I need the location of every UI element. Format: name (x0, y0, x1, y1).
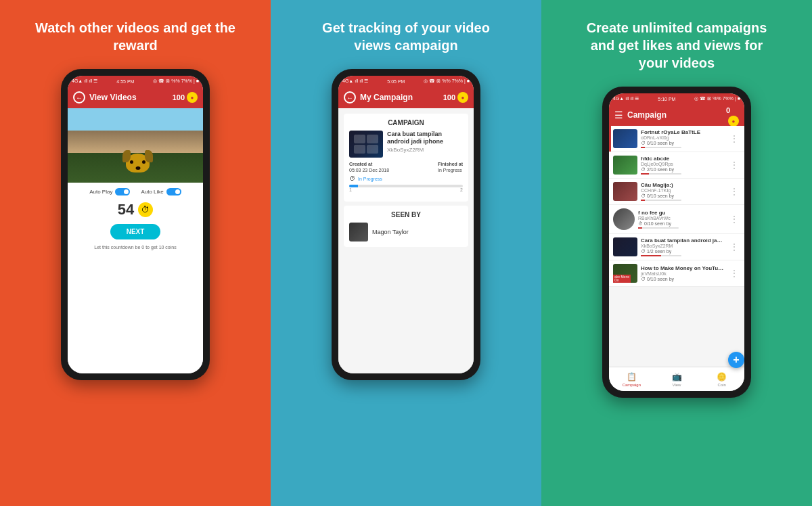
list-progress-5 (641, 255, 681, 256)
app-bar-3: ☰ Campaign 0 ● (609, 104, 744, 126)
list-stats-5: ⏱ 1/2 seen by (641, 249, 725, 254)
list-user-1: oDRnL-vXl0g (641, 135, 725, 140)
hamburger-icon[interactable]: ☰ (614, 110, 623, 120)
dog-eye-left (130, 160, 133, 164)
list-title-1: Fortnut rOyaLe BaTtLE (641, 129, 725, 135)
list-item[interactable]: Cara buat tampilan android jadi iphone X… (609, 234, 744, 260)
campaign-name: Cara buat tampilan android jadi iphone (387, 131, 463, 145)
list-title-5: Cara buat tampilan android jadi iphone (641, 237, 725, 244)
campaign-list: Fortnut rOyaLe BaTtLE oDRnL-vXl0g ⏱ 0/10… (609, 126, 744, 367)
view-nav-icon: 📺 (672, 372, 682, 382)
list-item[interactable]: Câu Magija:) CCHnF-1TKIg ⏱ 0/10 seen by … (609, 179, 744, 205)
progress-min: 1 (349, 187, 352, 192)
campaign-card: CAMPAIGN Cara buat tampilan android ja (344, 114, 468, 202)
campaign-thumbnail (349, 131, 383, 158)
created-col: Created at 05:03 23 Dec 2018 (349, 162, 389, 172)
list-meta-4: f no fee gu RBuKhBAVrWc ⏱ 0/10 seen by (638, 210, 725, 229)
list-title-6: How to Make Money on YouTube (2016-2017) (641, 265, 725, 271)
list-progress-4 (638, 227, 679, 229)
coin-nav-icon: 🪙 (717, 372, 727, 382)
list-stats-4: ⏱ 0/10 seen by (638, 221, 725, 226)
countdown-row: 54 ⏱ (118, 201, 153, 218)
nav-view-label: View (673, 383, 681, 387)
list-more-5[interactable]: ⋮ (728, 242, 740, 252)
list-item[interactable]: f no fee gu RBuKhBAVrWc ⏱ 0/10 seen by ⋮ (609, 205, 744, 234)
finished-col: Finished at In Progress (438, 162, 463, 172)
list-thumb-2 (613, 156, 637, 175)
countdown-icon: ⏱ (138, 202, 153, 217)
phone-3: 4G▲ ıll ıll ☰ 5:10 PM ◎ ☎ ⊠ %% 7%% | ■ ☰… (602, 87, 751, 398)
list-meta-3: Câu Magija:) CCHnF-1TKIg ⏱ 0/10 seen by (641, 182, 725, 201)
list-thumb-4 (613, 208, 635, 230)
list-stats-1: ⏱ 0/10 seen by (641, 141, 725, 145)
coin-badge-2: 100 ● (443, 92, 468, 103)
list-progress-3 (641, 200, 681, 201)
nav-coin[interactable]: 🪙 Coin (699, 372, 744, 387)
list-title-2: hfdc abcde (641, 156, 725, 162)
status-bar-3: 4G▲ ıll ıll ☰ 5:10 PM ◎ ☎ ⊠ %% 7%% | ■ (609, 93, 744, 104)
dog-image (68, 108, 203, 183)
panel1-title: Watch other videos and get the reward (34, 19, 237, 54)
controls-area: Auto Play Auto Like 54 ⏱ NEXT Let this c (68, 183, 203, 255)
autolike-toggle-item: Auto Like (141, 188, 181, 196)
created-date: 05:03 23 Dec 2018 (349, 168, 389, 172)
progress-label: In Progress (358, 177, 382, 181)
list-user-6: jnVMaIsU0k (641, 271, 725, 276)
created-label: Created at (349, 162, 389, 166)
autoplay-toggle[interactable] (115, 188, 130, 196)
nav-campaign-label: Campaign (623, 383, 641, 387)
list-user-4: RBuKhBAVrWc (638, 216, 725, 221)
fab-add-button[interactable]: + (728, 352, 744, 368)
list-item[interactable]: ake MoneOn How to Make Money on YouTube … (609, 260, 744, 287)
dog-body (126, 154, 150, 172)
list-title-4: f no fee gu (638, 210, 725, 216)
seen-by-label: SEEN BY (349, 211, 463, 218)
campaign-user: XkBoSyxZ2RM (387, 147, 463, 153)
nav-coin-label: Coin (718, 383, 726, 387)
nav-view[interactable]: 📺 View (654, 372, 700, 387)
list-user-5: XkBoSyxZ2RM (641, 244, 725, 248)
list-thumb-3 (613, 182, 637, 201)
countdown-number: 54 (118, 201, 134, 218)
status-bar-1: 4G▲ ıll ıll ☰ 4:55 PM ◎ ☎ ⊠ %% 7%% | ■ (68, 76, 203, 87)
list-item[interactable]: Fortnut rOyaLe BaTtLE oDRnL-vXl0g ⏱ 0/10… (609, 126, 744, 152)
list-title-3: Câu Magija:) (641, 182, 725, 188)
list-item[interactable]: hfdc abcde DqLje0oQ9Rps ⏱ 2/10 seen by ⋮ (609, 152, 744, 179)
panel-campaign-tracking: Get tracking of your video views campaig… (271, 0, 541, 506)
list-meta-1: Fortnut rOyaLe BaTtLE oDRnL-vXl0g ⏱ 0/10… (641, 129, 725, 148)
autolike-toggle[interactable] (166, 188, 181, 196)
list-stats-2: ⏱ 2/10 seen by (641, 167, 725, 172)
hint-text: Let this countdown be 0 to get 10 coins (94, 245, 176, 250)
panel3-title: Create unlimited campaigns and get likes… (575, 19, 778, 72)
dog-head (126, 154, 150, 172)
autoplay-label: Auto Play (89, 189, 112, 195)
list-stats-6: ⏱ 0/10 seen by (641, 277, 725, 281)
list-more-3[interactable]: ⋮ (728, 186, 740, 197)
list-more-2[interactable]: ⋮ (728, 160, 740, 170)
video-thumbnail[interactable] (68, 108, 203, 183)
campaign-info: Cara buat tampilan android jadi iphone X… (349, 131, 463, 158)
list-more-1[interactable]: ⋮ (728, 133, 740, 144)
list-meta-2: hfdc abcde DqLje0oQ9Rps ⏱ 2/10 seen by (641, 156, 725, 175)
nav-campaign[interactable]: 📋 Campaign (609, 372, 654, 387)
list-more-4[interactable]: ⋮ (728, 214, 740, 225)
campaign-section-label: CAMPAIGN (349, 119, 463, 127)
back-button-2[interactable]: ← (344, 91, 356, 104)
back-button-1[interactable]: ← (73, 91, 85, 104)
phone-1: 4G▲ ıll ıll ☰ 4:55 PM ◎ ☎ ⊠ %% 7%% | ■ ←… (61, 69, 210, 380)
coin-badge-3: 0 ● (726, 104, 739, 127)
list-user-2: DqLje0oQ9Rps (641, 162, 725, 166)
coin-icon-2: ● (457, 92, 468, 103)
list-meta-5: Cara buat tampilan android jadi iphone X… (641, 237, 725, 256)
list-thumb-6: ake MoneOn (613, 264, 637, 283)
list-more-6[interactable]: ⋮ (728, 268, 740, 279)
autoplay-toggle-item: Auto Play (89, 188, 130, 196)
status-bar-2: 4G▲ ıll ıll ☰ 5:05 PM ◎ ☎ ⊠ %% 7%% | ■ (338, 76, 474, 87)
panel-watch-videos: Watch other videos and get the reward 4G… (0, 0, 271, 506)
panel-campaign-create: Create unlimited campaigns and get likes… (541, 0, 812, 506)
progress-icon: ⏱ (349, 175, 355, 182)
finished-label: Finished at (438, 162, 463, 166)
campaign-thumb-grid (354, 135, 378, 154)
list-thumb-5 (613, 237, 637, 256)
next-button[interactable]: NEXT (110, 224, 161, 239)
